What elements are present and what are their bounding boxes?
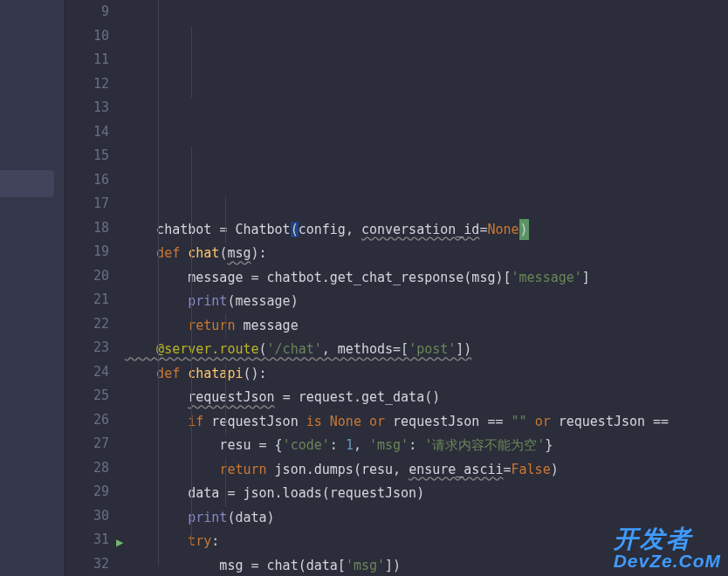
sidebar-collapsed-handle[interactable] <box>0 170 54 197</box>
line-number: 14 <box>65 120 109 145</box>
line-number: 10 <box>65 24 109 49</box>
line-number: 25 <box>65 384 109 408</box>
code-line[interactable]: print(message) <box>125 290 669 314</box>
line-number: 19 <box>65 240 109 264</box>
code-line[interactable]: resu = {'code': 1, 'msg': '请求内容不能为空'} <box>125 434 669 458</box>
line-number: 29 <box>65 480 109 504</box>
code-line[interactable]: if requestJson is None or requestJson ==… <box>125 410 669 435</box>
line-number: 17 <box>65 192 109 216</box>
line-number: 15 <box>65 144 109 168</box>
line-number: 21 <box>65 288 109 312</box>
line-number: 12 <box>65 72 109 97</box>
code-editor[interactable]: 9101112131415161718192021222324252627282… <box>65 0 728 576</box>
line-number: 22 <box>65 312 109 337</box>
code-content[interactable]: chatbot = Chatbot(config, conversation_i… <box>125 0 669 576</box>
line-number: 23 <box>65 336 109 360</box>
code-line[interactable]: def chat(msg): <box>125 242 669 266</box>
line-number: 11 <box>65 48 109 72</box>
line-number: 32 <box>65 552 109 577</box>
code-line[interactable]: chatbot = Chatbot(config, conversation_i… <box>125 218 669 243</box>
code-line[interactable]: try: <box>125 530 669 554</box>
line-number: 9 <box>65 0 109 24</box>
line-number: 31 <box>65 528 109 552</box>
line-number: 13 <box>65 96 109 120</box>
line-number: 30 <box>65 504 109 529</box>
code-line[interactable]: return message <box>125 314 669 339</box>
play-icon[interactable]: ▶ <box>116 531 123 554</box>
code-line[interactable]: @server.route('/chat', methods=['post']) <box>125 338 669 362</box>
line-number: 24 <box>65 360 109 385</box>
line-number: 18 <box>65 216 109 241</box>
line-number: 20 <box>65 264 109 289</box>
code-line[interactable]: print(data) <box>125 506 669 531</box>
line-number: 16 <box>65 168 109 193</box>
code-line[interactable]: def chatapi(): <box>125 362 669 387</box>
line-number: 27 <box>65 432 109 456</box>
code-line[interactable]: return json.dumps(resu, ensure_ascii=Fal… <box>125 458 669 483</box>
line-number-gutter: 9101112131415161718192021222324252627282… <box>65 0 125 576</box>
code-line[interactable]: msg = chat(data['msg']) <box>125 554 669 576</box>
line-number: 26 <box>65 408 109 433</box>
line-number: 28 <box>65 456 109 481</box>
left-sidebar <box>0 0 65 576</box>
code-line[interactable]: message = chatbot.get_chat_response(msg)… <box>125 266 669 291</box>
code-line[interactable]: requestJson = request.get_data() <box>125 386 669 410</box>
code-line[interactable]: data = json.loads(requestJson) <box>125 482 669 506</box>
